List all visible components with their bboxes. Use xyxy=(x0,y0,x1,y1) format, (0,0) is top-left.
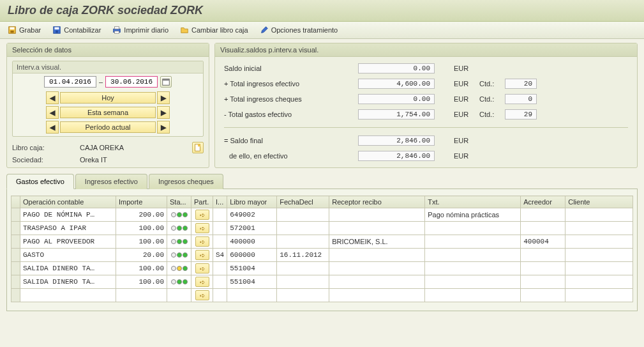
cell-i[interactable] xyxy=(213,289,227,302)
today-button[interactable]: Hoy xyxy=(60,92,156,104)
table-row[interactable]: PAGO DE NÓMINA P… 200.00 ➪ 649002 Pago n… xyxy=(11,208,633,222)
date-picker-button[interactable] xyxy=(160,76,172,88)
cell-receiver[interactable] xyxy=(329,262,425,275)
part-button[interactable]: ➪ xyxy=(195,236,209,247)
part-button[interactable]: ➪ xyxy=(195,250,209,260)
cell-date[interactable] xyxy=(277,289,329,302)
prev-week-button[interactable]: ◀ xyxy=(46,106,59,119)
cell-amount[interactable]: 100.00 xyxy=(116,275,167,289)
cell-creditor[interactable] xyxy=(521,275,565,289)
cell-text[interactable] xyxy=(425,262,521,275)
cell-client[interactable] xyxy=(565,249,633,262)
cell-receiver[interactable] xyxy=(329,289,425,302)
cell-client[interactable] xyxy=(565,208,633,222)
cell-ledger[interactable]: 551004 xyxy=(227,262,277,275)
next-day-button[interactable]: ▶ xyxy=(157,91,170,104)
col-client[interactable]: Cliente xyxy=(565,196,633,208)
row-selector[interactable] xyxy=(11,235,20,249)
cell-i[interactable]: S4 xyxy=(213,249,227,262)
cell-text[interactable] xyxy=(425,235,521,249)
part-button[interactable]: ➪ xyxy=(195,223,209,233)
cell-date[interactable] xyxy=(277,208,329,222)
cell-receiver[interactable] xyxy=(329,222,425,235)
row-selector[interactable] xyxy=(11,262,20,275)
col-part[interactable]: Part. xyxy=(191,196,213,208)
cell-date[interactable] xyxy=(277,275,329,289)
cell-part[interactable]: ➪ xyxy=(191,249,213,262)
cell-ledger[interactable]: 600000 xyxy=(227,249,277,262)
change-book-button[interactable]: Cambiar libro caja xyxy=(180,26,248,35)
cell-ledger[interactable] xyxy=(227,289,277,302)
cell-ledger[interactable]: 551004 xyxy=(227,275,277,289)
cell-i[interactable] xyxy=(213,262,227,275)
cell-part[interactable]: ➪ xyxy=(191,275,213,289)
cell-operation[interactable]: GASTO xyxy=(20,249,116,262)
this-week-button[interactable]: Esta semana xyxy=(60,107,156,118)
col-operation[interactable]: Operación contable xyxy=(20,196,116,208)
cell-part[interactable]: ➪ xyxy=(191,208,213,222)
cell-amount[interactable] xyxy=(116,289,167,302)
cell-amount[interactable]: 100.00 xyxy=(116,235,167,249)
col-creditor[interactable]: Acreedor xyxy=(521,196,565,208)
cell-date[interactable] xyxy=(277,235,329,249)
cell-i[interactable] xyxy=(213,222,227,235)
cell-receiver[interactable] xyxy=(329,208,425,222)
col-i[interactable]: I... xyxy=(213,196,227,208)
post-button[interactable]: Contabilizar xyxy=(52,26,101,35)
part-button[interactable]: ➪ xyxy=(195,277,209,287)
cell-part[interactable]: ➪ xyxy=(191,222,213,235)
cell-client[interactable] xyxy=(565,262,633,275)
col-ledger[interactable]: Libro mayor xyxy=(227,196,277,208)
save-button[interactable]: Grabar xyxy=(8,26,41,35)
cell-creditor[interactable] xyxy=(521,249,565,262)
col-receiver[interactable]: Receptor recibo xyxy=(329,196,425,208)
next-period-button[interactable]: ▶ xyxy=(157,121,170,134)
cell-client[interactable] xyxy=(565,275,633,289)
cell-client[interactable] xyxy=(565,235,633,249)
cell-receiver[interactable]: BRICOMEIK, S.L. xyxy=(329,235,425,249)
cell-ledger[interactable]: 649002 xyxy=(227,208,277,222)
cell-text[interactable] xyxy=(425,249,521,262)
col-amount[interactable]: Importe xyxy=(116,196,167,208)
cell-i[interactable] xyxy=(213,275,227,289)
cell-ledger[interactable]: 400000 xyxy=(227,235,277,249)
row-selector[interactable] xyxy=(11,249,20,262)
cell-part[interactable]: ➪ xyxy=(191,262,213,275)
cell-amount[interactable]: 20.00 xyxy=(116,249,167,262)
cell-ledger[interactable]: 572001 xyxy=(227,222,277,235)
col-status[interactable]: Sta... xyxy=(167,196,191,208)
col-text[interactable]: Txt. xyxy=(425,196,521,208)
print-button[interactable]: Imprimir diario xyxy=(112,26,168,35)
col-date[interactable]: FechaDecl xyxy=(277,196,329,208)
cell-creditor[interactable] xyxy=(521,222,565,235)
row-selector[interactable] xyxy=(11,289,20,302)
cell-date[interactable] xyxy=(277,222,329,235)
cell-operation[interactable]: SALIDA DINERO TA… xyxy=(20,262,116,275)
date-from-input[interactable] xyxy=(44,76,96,88)
col-select[interactable] xyxy=(11,196,20,208)
cell-text[interactable] xyxy=(425,275,521,289)
tab-gastos-efectivo[interactable]: Gastos efectivo xyxy=(6,174,74,189)
cell-client[interactable] xyxy=(565,289,633,302)
cell-creditor[interactable]: 400004 xyxy=(521,235,565,249)
part-button[interactable]: ➪ xyxy=(195,290,209,300)
cell-operation[interactable] xyxy=(20,289,116,302)
tab-ingresos-cheques[interactable]: Ingresos cheques xyxy=(149,174,223,189)
cell-i[interactable] xyxy=(213,208,227,222)
prev-period-button[interactable]: ◀ xyxy=(46,121,59,134)
cell-receiver[interactable] xyxy=(329,275,425,289)
table-row-empty[interactable]: ➪ xyxy=(11,289,633,302)
cell-creditor[interactable] xyxy=(521,208,565,222)
cell-text[interactable]: Pago nómina prácticas xyxy=(425,208,521,222)
cell-creditor[interactable] xyxy=(521,289,565,302)
cell-date[interactable] xyxy=(277,262,329,275)
table-row[interactable]: PAGO AL PROVEEDOR 100.00 ➪ 400000 BRICOM… xyxy=(11,235,633,249)
table-row[interactable]: SALIDA DINERO TA… 100.00 ➪ 551004 xyxy=(11,275,633,289)
part-button[interactable]: ➪ xyxy=(195,263,209,274)
cell-amount[interactable]: 200.00 xyxy=(116,208,167,222)
row-selector[interactable] xyxy=(11,275,20,289)
cell-part[interactable]: ➪ xyxy=(191,235,213,249)
transactions-grid[interactable]: Operación contable Importe Sta... Part. … xyxy=(11,196,633,302)
next-week-button[interactable]: ▶ xyxy=(157,106,170,119)
cell-client[interactable] xyxy=(565,222,633,235)
